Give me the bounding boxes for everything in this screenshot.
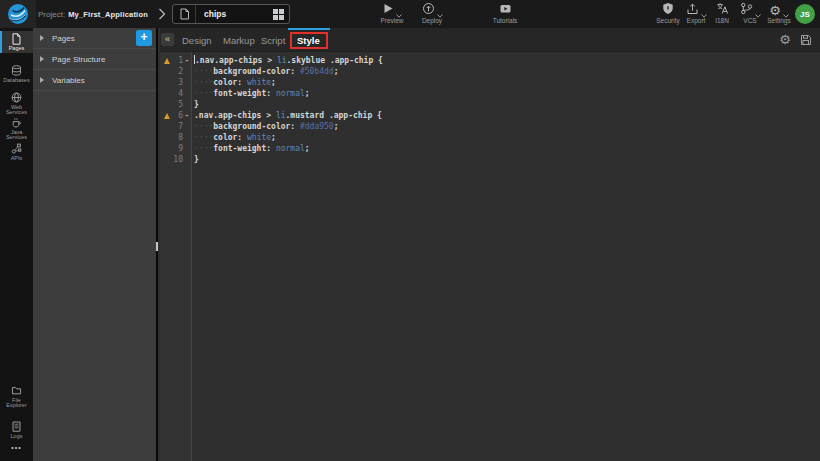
tab-style[interactable]: Style [297,28,320,52]
line-number: 4 [173,89,183,98]
code-editor[interactable]: 1-23456-78910 .nav.app-chips > li.skyblu… [160,52,820,461]
line-number: 10 [173,155,183,164]
panel-section-label: Variables [52,76,85,85]
branch-icon [740,1,753,19]
deploy-button[interactable]: Deploy [409,3,455,24]
line-number: 9 [173,144,183,153]
line-number: 2 [173,67,183,76]
save-icon[interactable] [800,34,812,46]
editor-code[interactable]: .nav.app-chips > li.skyblue .app-chip {·… [192,52,820,461]
tab-markup[interactable]: Markup [223,28,255,52]
app-logo[interactable] [0,0,36,28]
line-number: 5 [173,100,183,109]
code-line-8: ····color: white; [194,132,820,143]
line-number: 7 [173,122,183,131]
sidebar-more-button[interactable]: ••• [0,444,33,451]
video-icon [499,1,512,19]
project-label: Project: [38,10,65,19]
tab-design[interactable]: Design [182,28,212,52]
code-line-2: ····background-color: #50b4dd; [194,66,820,77]
page-icon [173,5,196,23]
editor-tab-bar: ⚙ DesignMarkupScriptStyle [160,28,820,52]
editor-area: « ⚙ DesignMarkupScriptStyle 1-23456-7891… [160,28,820,461]
line-number: 1 [173,56,183,65]
code-line-9: ····font-weight: normal; [194,143,820,154]
panel-section-page-structure[interactable]: Page Structure [33,49,156,70]
user-avatar[interactable]: JS [795,4,815,24]
sidebar-item-label: FileExplorer [6,398,26,409]
line-number: 6 [173,111,183,120]
panel-section-label: Pages [52,34,75,43]
project-name[interactable]: My_First_Application [68,10,148,19]
grid-icon[interactable] [267,5,289,23]
code-line-6: .nav.app-chips > li.mustard .app-chip { [194,110,820,121]
line-number: 8 [173,133,183,142]
explorer-panel: Pages+Page StructureVariables [33,28,158,461]
expand-arrow-icon[interactable] [40,77,44,83]
globe-icon [11,92,22,103]
deploy-icon [422,1,435,19]
action-label: Tutorials [493,17,518,24]
collapse-panel-button[interactable]: « [161,33,174,46]
nodes-icon [11,143,22,154]
studio-app: Project: My_First_Application chips Prev… [0,0,820,461]
code-line-5: } [194,99,820,110]
fold-marker[interactable]: - [183,111,191,120]
sidebar-item-databases[interactable]: Databases [0,63,33,83]
play-icon [382,1,394,19]
sidebar-item-pages[interactable]: Pages [0,31,33,53]
page-tab-label: chips [196,9,267,19]
action-label: VCS [743,17,756,24]
action-label: Deploy [422,17,442,24]
tutorials-button[interactable]: Tutorials [482,3,528,24]
export-icon [686,1,699,19]
code-line-7: ····background-color: #dda950; [194,121,820,132]
pages-icon [11,33,22,44]
expand-arrow-icon[interactable] [40,56,44,62]
sidebar-item-logs[interactable]: Logs [0,419,33,439]
code-line-1: .nav.app-chips > li.skyblue .app-chip { [194,55,820,66]
line-number: 3 [173,78,183,87]
sidebar-item-label: Logs [11,434,23,440]
sidebar-item-label: Databases [3,78,29,84]
panel-section-label: Page Structure [52,55,105,64]
left-sidebar: PagesDatabasesWebServicesJavaServicesAPI… [0,28,33,461]
top-bar: Project: My_First_Application chips Prev… [0,0,820,28]
warning-icon [160,58,173,64]
sidebar-item-java-services[interactable]: JavaServices [0,115,33,141]
coffee-icon [11,117,22,128]
sidebar-item-label: APIs [11,156,23,162]
breadcrumb: Project: My_First_Application [38,0,148,28]
gear-icon: ⚙ [769,1,781,19]
sidebar-item-label: Pages [9,46,25,52]
panel-resize-grip[interactable] [156,242,158,251]
database-icon [11,65,22,76]
action-label: Preview [380,17,403,24]
add-page-button[interactable]: + [136,30,152,46]
editor-settings-icon[interactable]: ⚙ [779,33,791,46]
expand-arrow-icon[interactable] [40,35,44,41]
tab-script[interactable]: Script [261,28,285,52]
sidebar-item-file-explorer[interactable]: FileExplorer [0,383,33,409]
editor-gutter: 1-23456-78910 [160,52,192,461]
sidebar-item-label: WebServices [6,105,27,116]
wavemaker-logo-icon [8,4,28,24]
sidebar-item-web-services[interactable]: WebServices [0,90,33,116]
code-line-3: ····color: white; [194,77,820,88]
folder-icon [11,385,22,396]
page-tab-chips[interactable]: chips [172,4,290,24]
sidebar-item-apis[interactable]: APIs [0,141,33,161]
logs-icon [11,421,22,432]
action-label: Settings [767,17,791,24]
breadcrumb-chevron-icon [158,8,166,20]
code-line-4: ····font-weight: normal; [194,88,820,99]
panel-section-pages[interactable]: Pages+ [33,28,156,49]
fold-marker[interactable]: - [183,56,191,65]
code-line-10: } [194,154,820,165]
panel-section-variables[interactable]: Variables [33,70,156,91]
warning-icon [160,113,173,119]
sidebar-item-label: JavaServices [6,130,27,141]
